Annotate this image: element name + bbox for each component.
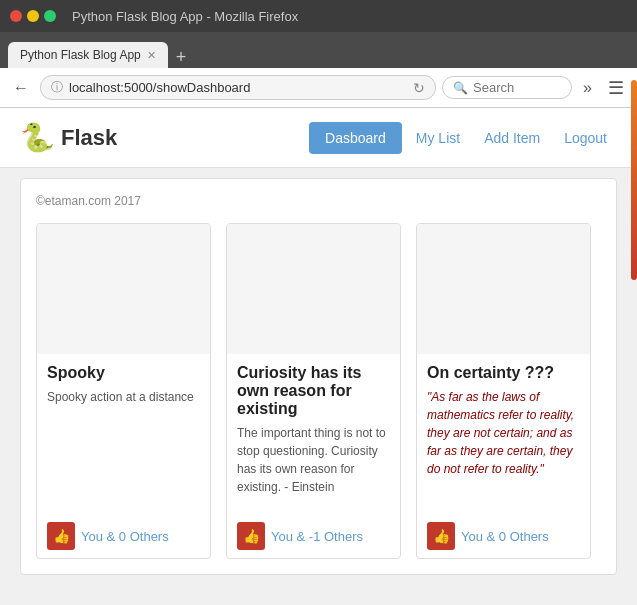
- active-tab[interactable]: Python Flask Blog App ✕: [8, 42, 168, 68]
- card-title: On certainty ???: [427, 364, 580, 382]
- cards-grid: Spooky Spooky action at a distance 👍 You…: [36, 223, 601, 559]
- card-text: "As far as the laws of mathematics refer…: [427, 388, 580, 478]
- browser-addressbar: ← ⓘ ↻ 🔍 » ☰: [0, 68, 637, 108]
- window-controls: [10, 10, 56, 22]
- more-button[interactable]: »: [578, 77, 597, 99]
- maximize-button[interactable]: [44, 10, 56, 22]
- reload-icon[interactable]: ↻: [413, 80, 425, 96]
- menu-button[interactable]: ☰: [603, 75, 629, 101]
- brand-name: Flask: [61, 125, 117, 151]
- browser-title: Python Flask Blog App - Mozilla Firefox: [72, 9, 298, 24]
- flask-icon: 🐍: [20, 121, 55, 154]
- copyright: ©etaman.com 2017: [36, 194, 601, 208]
- like-label: You & 0 Others: [461, 529, 549, 544]
- minimize-button[interactable]: [27, 10, 39, 22]
- dashboard-button[interactable]: Dasboard: [309, 122, 402, 154]
- tab-close-icon[interactable]: ✕: [147, 49, 156, 62]
- tab-label: Python Flask Blog App: [20, 48, 141, 62]
- app-navbar: 🐍 Flask Dasboard My List Add Item Logout: [0, 108, 637, 168]
- nav-links: Dasboard My List Add Item Logout: [309, 122, 617, 154]
- search-input[interactable]: [473, 80, 553, 95]
- card-footer: 👍 You & -1 Others: [227, 514, 400, 558]
- card-footer: 👍 You & 0 Others: [37, 514, 210, 558]
- address-bar-wrap: ⓘ ↻: [40, 75, 436, 100]
- card-image: [227, 224, 400, 354]
- like-button[interactable]: 👍: [237, 522, 265, 550]
- card-text: Spooky action at a distance: [47, 388, 200, 406]
- card-body: On certainty ??? "As far as the laws of …: [417, 354, 590, 514]
- like-label: You & -1 Others: [271, 529, 363, 544]
- browser-titlebar: Python Flask Blog App - Mozilla Firefox: [0, 0, 637, 32]
- info-icon: ⓘ: [51, 79, 63, 96]
- card-item: On certainty ??? "As far as the laws of …: [416, 223, 591, 559]
- browser-tabs: Python Flask Blog App ✕ +: [0, 32, 637, 68]
- card-item: Spooky Spooky action at a distance 👍 You…: [36, 223, 211, 559]
- back-button[interactable]: ←: [8, 77, 34, 99]
- brand-logo[interactable]: 🐍 Flask: [20, 121, 309, 154]
- card-text: The important thing is not to stop quest…: [237, 424, 390, 496]
- card-body: Curiosity has its own reason for existin…: [227, 354, 400, 514]
- card-title: Curiosity has its own reason for existin…: [237, 364, 390, 418]
- additem-link[interactable]: Add Item: [474, 122, 550, 154]
- like-button[interactable]: 👍: [47, 522, 75, 550]
- card-footer: 👍 You & 0 Others: [417, 514, 590, 558]
- address-input[interactable]: [69, 80, 407, 95]
- card-image: [417, 224, 590, 354]
- search-icon: 🔍: [453, 81, 468, 95]
- card-title: Spooky: [47, 364, 200, 382]
- like-button[interactable]: 👍: [427, 522, 455, 550]
- main-content: ©etaman.com 2017 Spooky Spooky action at…: [20, 178, 617, 575]
- like-label: You & 0 Others: [81, 529, 169, 544]
- card-body: Spooky Spooky action at a distance: [37, 354, 210, 514]
- new-tab-button[interactable]: +: [168, 47, 195, 68]
- card-item: Curiosity has its own reason for existin…: [226, 223, 401, 559]
- mylist-link[interactable]: My List: [406, 122, 470, 154]
- card-image: [37, 224, 210, 354]
- search-wrap: 🔍: [442, 76, 572, 99]
- close-button[interactable]: [10, 10, 22, 22]
- scrollbar-accent: [631, 80, 637, 280]
- logout-link[interactable]: Logout: [554, 122, 617, 154]
